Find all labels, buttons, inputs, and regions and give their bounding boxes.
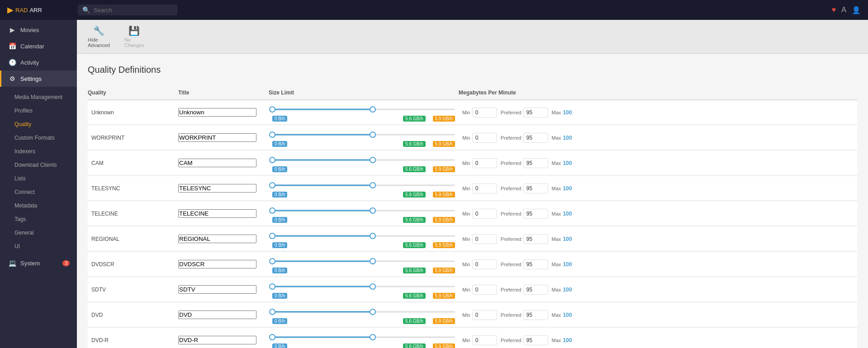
- badge-zero: 0 B/h: [272, 217, 287, 223]
- wiki-icon[interactable]: A: [841, 6, 846, 14]
- slider-track-fill: [272, 210, 373, 212]
- slider-thumb-left[interactable]: [269, 309, 275, 315]
- slider-thumb-right[interactable]: [370, 157, 376, 163]
- quality-title-input[interactable]: [178, 184, 256, 193]
- slider-thumb-right[interactable]: [370, 233, 376, 239]
- slider-thumb-left[interactable]: [269, 157, 275, 163]
- mbpm-preferred-input[interactable]: [523, 310, 548, 320]
- quality-title-input[interactable]: [178, 235, 256, 243]
- slider-visual[interactable]: [272, 257, 455, 266]
- slider-thumb-left[interactable]: [269, 233, 275, 239]
- slider-visual[interactable]: [272, 282, 455, 291]
- slider-area: 0 B/h 5.6 GB/h 5.9 GB/h: [269, 306, 459, 324]
- slider-thumb-left[interactable]: [269, 132, 275, 138]
- mbpm-min-input[interactable]: [472, 259, 497, 269]
- mbpm-min-input[interactable]: [472, 209, 497, 219]
- sidebar-sub-ui[interactable]: UI: [0, 240, 77, 253]
- slider-visual[interactable]: [272, 130, 455, 139]
- sidebar-sub-metadata[interactable]: Metadata: [0, 199, 77, 212]
- slider-thumb-left[interactable]: [269, 207, 275, 214]
- table-row: Unknown 0 B/h 5.6 GB/h 5.9 GB/h Min: [88, 100, 857, 125]
- slider-thumb-right[interactable]: [370, 182, 376, 188]
- quality-title-input[interactable]: [178, 285, 256, 294]
- mbpm-min-input[interactable]: [472, 234, 497, 244]
- sidebar-sub-tags[interactable]: Tags: [0, 212, 77, 226]
- mbpm-min-input[interactable]: [472, 158, 497, 168]
- mbpm-preferred-input[interactable]: [523, 158, 548, 168]
- slider-thumb-right[interactable]: [370, 132, 376, 138]
- sidebar-item-settings[interactable]: ⚙ Settings: [0, 71, 77, 87]
- quality-rows-container: Unknown 0 B/h 5.6 GB/h 5.9 GB/h Min: [88, 100, 857, 348]
- slider-track-fill: [272, 261, 373, 262]
- slider-thumb-left[interactable]: [269, 182, 275, 188]
- search-input[interactable]: [94, 7, 166, 14]
- sidebar-item-system[interactable]: 💻 System 3: [0, 255, 77, 271]
- quality-name: DVD: [88, 312, 178, 318]
- mbpm-min-input[interactable]: [472, 133, 497, 143]
- sidebar-sub-indexers[interactable]: Indexers: [0, 145, 77, 158]
- sidebar-sub-general-label: General: [14, 230, 34, 236]
- sidebar-item-calendar[interactable]: 📅 Calendar: [0, 38, 77, 54]
- no-changes-button[interactable]: 💾 NoChanges: [121, 24, 148, 50]
- quality-title-input[interactable]: [178, 159, 256, 167]
- sidebar-sub-quality[interactable]: Quality: [0, 118, 77, 131]
- quality-title-input[interactable]: [178, 209, 256, 218]
- mbpm-max-label: Max: [552, 287, 561, 292]
- slider-visual[interactable]: [272, 105, 455, 114]
- mbpm-preferred-input[interactable]: [523, 133, 548, 143]
- mbpm-preferred-input[interactable]: [523, 259, 548, 269]
- slider-thumb-right[interactable]: [370, 334, 376, 340]
- sidebar-sub-profiles[interactable]: Profiles: [0, 104, 77, 118]
- slider-thumb-right[interactable]: [370, 283, 376, 290]
- slider-thumb-right[interactable]: [370, 207, 376, 214]
- sidebar-sub-connect[interactable]: Connect: [0, 185, 77, 199]
- slider-visual[interactable]: [272, 231, 455, 240]
- sidebar-sub-general[interactable]: General: [0, 226, 77, 240]
- mbpm-preferred-input[interactable]: [523, 183, 548, 193]
- slider-visual[interactable]: [272, 181, 455, 190]
- quality-title-input[interactable]: [178, 310, 256, 319]
- search-box[interactable]: 🔍: [78, 5, 177, 15]
- mbpm-min-input[interactable]: [472, 108, 497, 118]
- slider-thumb-right[interactable]: [370, 258, 376, 264]
- sidebar-item-activity[interactable]: 🕐 Activity: [0, 54, 77, 71]
- quality-title-input[interactable]: [178, 133, 256, 142]
- slider-visual[interactable]: [272, 155, 455, 165]
- mbpm-min-input[interactable]: [472, 183, 497, 193]
- slider-thumb-left[interactable]: [269, 106, 275, 113]
- sidebar-sub-media-management[interactable]: Media Management: [0, 90, 77, 104]
- mbpm-preferred-label: Preferred: [501, 312, 522, 318]
- mbpm-preferred-input[interactable]: [523, 209, 548, 219]
- page-content: Quality Definitions Quality Title Size L…: [77, 54, 868, 348]
- mbpm-preferred-input[interactable]: [523, 285, 548, 295]
- mbpm-max-label: Max: [552, 160, 561, 166]
- sidebar-sub-lists[interactable]: Lists: [0, 172, 77, 185]
- quality-title-input[interactable]: [178, 260, 256, 268]
- mbpm-max-label: Max: [552, 186, 561, 191]
- slider-thumb-left[interactable]: [269, 258, 275, 264]
- quality-title-input[interactable]: [178, 108, 256, 117]
- mbpm-min-input[interactable]: [472, 310, 497, 320]
- slider-thumb-left[interactable]: [269, 283, 275, 290]
- slider-area: 0 B/h 5.6 GB/h 5.9 GB/h: [269, 103, 459, 122]
- sidebar-item-movies[interactable]: ▶ Movies: [0, 22, 77, 38]
- sidebar-sub-custom-formats[interactable]: Custom Formats: [0, 131, 77, 145]
- slider-visual[interactable]: [272, 206, 455, 215]
- slider-thumb-right[interactable]: [370, 106, 376, 113]
- slider-visual[interactable]: [272, 307, 455, 316]
- mbpm-min-input[interactable]: [472, 285, 497, 295]
- mbpm-preferred-input[interactable]: [523, 234, 548, 244]
- quality-title-input[interactable]: [178, 336, 256, 344]
- heart-icon[interactable]: ♥: [832, 6, 836, 14]
- slider-thumb-left[interactable]: [269, 334, 275, 340]
- mbpm-preferred-input[interactable]: [523, 335, 548, 345]
- slider-thumb-right[interactable]: [370, 309, 376, 315]
- mbpm-preferred-input[interactable]: [523, 108, 548, 118]
- mbpm-min-input[interactable]: [472, 335, 497, 345]
- hide-advanced-button[interactable]: 🔧 HideAdvanced: [84, 24, 114, 50]
- slider-track-fill: [272, 160, 373, 161]
- slider-badges: 0 B/h 5.6 GB/h 5.9 GB/h: [272, 217, 455, 223]
- slider-visual[interactable]: [272, 333, 455, 342]
- sidebar-sub-download-clients[interactable]: Download Clients: [0, 158, 77, 172]
- user-icon[interactable]: 👤: [852, 6, 861, 14]
